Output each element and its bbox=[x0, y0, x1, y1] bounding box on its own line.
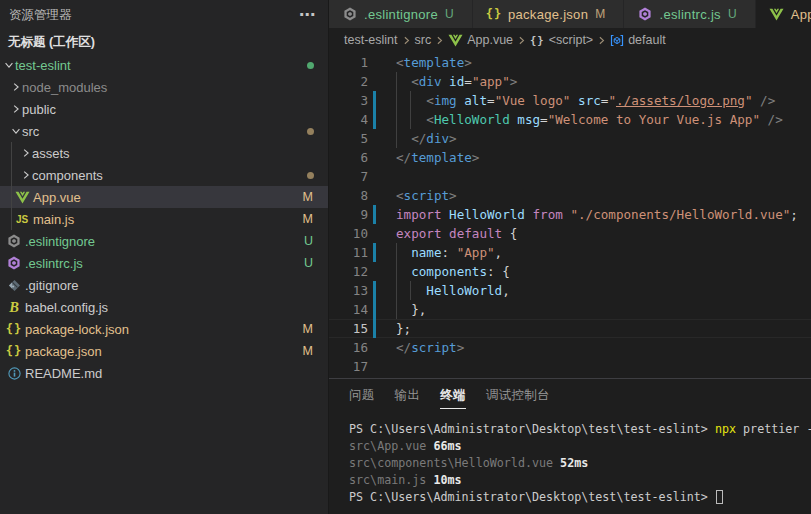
tree-item-components[interactable]: components bbox=[0, 164, 328, 186]
code-line-text: </div> bbox=[396, 129, 457, 148]
code-line-3: 3 <img alt="Vue logo" src="./assets/logo… bbox=[329, 91, 811, 110]
tree-item-babel-config-js[interactable]: Bbabel.config.js bbox=[0, 296, 328, 318]
chevron-right-icon[interactable] bbox=[19, 170, 32, 180]
chevron-right-icon[interactable] bbox=[9, 104, 22, 114]
code-line-text: }; bbox=[396, 319, 411, 338]
line-number: 7 bbox=[329, 167, 368, 186]
tree-item-src[interactable]: src bbox=[0, 120, 328, 142]
code-editor[interactable]: 1<template>2 <div id="app">3 <img alt="V… bbox=[329, 52, 811, 378]
panel-tab-terminal[interactable]: 终端 bbox=[440, 379, 466, 412]
tree-item-test-eslint[interactable]: test-eslint bbox=[0, 54, 328, 76]
code-line-text: }, bbox=[396, 300, 426, 319]
chevron-down-icon[interactable] bbox=[2, 60, 15, 70]
tree-item-package-lock-json[interactable]: {}package-lock.jsonM bbox=[0, 318, 328, 340]
git-status-dot bbox=[307, 128, 314, 135]
code-line-11: 11 name: "App", bbox=[329, 243, 811, 262]
tree-item-package-json[interactable]: {}package.jsonM bbox=[0, 340, 328, 362]
line-number: 5 bbox=[329, 129, 368, 148]
tree-item-public[interactable]: public bbox=[0, 98, 328, 120]
code-line-6: 6</template> bbox=[329, 148, 811, 167]
vue-icon bbox=[448, 34, 463, 47]
tab-label: package.json bbox=[508, 7, 588, 22]
git-icon bbox=[6, 277, 22, 293]
git-status-dot bbox=[307, 172, 314, 179]
code-line-10: 10export default { bbox=[329, 224, 811, 243]
bc-braces-icon: {} bbox=[530, 34, 545, 46]
git-status-dot bbox=[307, 62, 314, 69]
git-status-badge: U bbox=[304, 256, 313, 270]
git-status-badge: M bbox=[303, 212, 313, 226]
line-number: 2 bbox=[329, 72, 368, 91]
git-status-badge: M bbox=[303, 322, 313, 336]
line-number: 15 bbox=[329, 319, 368, 338]
breadcrumb-test-eslint[interactable]: test-eslint bbox=[344, 33, 398, 47]
git-modified-gutter-bar bbox=[373, 281, 376, 300]
git-modified-gutter-bar bbox=[373, 243, 376, 262]
tab-label: .eslintignore bbox=[364, 7, 438, 22]
line-number: 1 bbox=[329, 53, 368, 72]
more-actions-icon[interactable]: ⋯ bbox=[299, 10, 316, 20]
tab-eslintrc-js[interactable]: .eslintrc.jsU bbox=[624, 0, 755, 28]
tree-item-label: src bbox=[22, 124, 39, 139]
tab-git-badge: M bbox=[595, 7, 605, 21]
tree-item-eslintrc-js[interactable]: .eslintrc.jsU bbox=[0, 252, 328, 274]
line-number: 10 bbox=[329, 224, 368, 243]
tree-item-label: .eslintignore bbox=[25, 234, 95, 249]
tree-item-assets[interactable]: assets bbox=[0, 142, 328, 164]
chevron-right-icon[interactable] bbox=[19, 148, 32, 158]
git-modified-gutter-bar bbox=[373, 91, 376, 110]
code-line-text: <img alt="Vue logo" src="./assets/logo.p… bbox=[396, 91, 775, 110]
breadcrumb-src[interactable]: src bbox=[415, 33, 432, 47]
tab-app-vue[interactable]: App.vue bbox=[756, 0, 811, 28]
tab-eslintignore[interactable]: .eslintignoreU bbox=[329, 0, 473, 28]
breadcrumb-script-symbol[interactable]: {}<script> bbox=[530, 33, 593, 47]
tree-item-gitignore[interactable]: .gitignore bbox=[0, 274, 328, 296]
explorer-title: 资源管理器 bbox=[9, 7, 72, 24]
line-number: 14 bbox=[329, 300, 368, 319]
terminal[interactable]: PS C:\Users\Administrator\Desktop\test\t… bbox=[329, 412, 811, 514]
chevron-down-icon[interactable] bbox=[9, 126, 22, 136]
tree-indent-guide bbox=[11, 142, 12, 164]
git-status-badge: M bbox=[303, 344, 313, 358]
line-number: 9 bbox=[329, 205, 368, 224]
tree-item-eslintignore[interactable]: .eslintignoreU bbox=[0, 230, 328, 252]
line-number: 16 bbox=[329, 338, 368, 357]
breadcrumb-default-symbol[interactable]: default bbox=[610, 33, 666, 47]
panel-tab-debug-console[interactable]: 调试控制台 bbox=[486, 379, 550, 412]
vscode-window: 资源管理器 ⋯ 无标题 (工作区) test-eslintnode_module… bbox=[0, 0, 811, 514]
tree-item-readme-md[interactable]: README.md bbox=[0, 362, 328, 384]
line-number: 12 bbox=[329, 262, 368, 281]
braces-icon: {} bbox=[6, 321, 22, 337]
tree-indent-guide bbox=[11, 208, 12, 230]
tree-item-app-vue[interactable]: App.vueM bbox=[0, 186, 328, 208]
braces-icon: {} bbox=[486, 6, 502, 22]
tab-label: .eslintrc.js bbox=[659, 7, 720, 22]
panel-tab-problems[interactable]: 问题 bbox=[349, 379, 375, 412]
terminal-line: src\main.js 10ms bbox=[349, 472, 811, 489]
vue-icon bbox=[769, 6, 785, 22]
workspace-section-header[interactable]: 无标题 (工作区) bbox=[0, 30, 328, 54]
tree-item-label: App.vue bbox=[33, 190, 81, 205]
tree-item-label: components bbox=[32, 168, 103, 183]
code-line-5: 5 </div> bbox=[329, 129, 811, 148]
code-line-15: 15}; bbox=[329, 319, 811, 338]
panel-tab-output[interactable]: 输出 bbox=[395, 379, 421, 412]
workspace-title: 无标题 (工作区) bbox=[8, 34, 95, 51]
code-line-2: 2 <div id="app"> bbox=[329, 72, 811, 91]
tab-package-json[interactable]: {}package.jsonM bbox=[473, 0, 625, 28]
tab-label: App.vue bbox=[791, 7, 811, 22]
line-number: 4 bbox=[329, 110, 368, 129]
code-line-13: 13 HelloWorld, bbox=[329, 281, 811, 300]
tree-item-label: package-lock.json bbox=[25, 322, 129, 337]
terminal-cursor bbox=[716, 490, 723, 504]
terminal-line: PS C:\Users\Administrator\Desktop\test\t… bbox=[349, 489, 811, 506]
bc-sep-icon bbox=[597, 36, 606, 45]
tree-item-label: README.md bbox=[25, 366, 102, 381]
breadcrumb-app-vue[interactable]: App.vue bbox=[448, 33, 513, 47]
breadcrumb-label: default bbox=[628, 33, 666, 47]
code-line-text: components: { bbox=[396, 262, 510, 281]
tree-item-node-modules[interactable]: node_modules bbox=[0, 76, 328, 98]
line-number: 13 bbox=[329, 281, 368, 300]
tree-item-main-js[interactable]: JSmain.jsM bbox=[0, 208, 328, 230]
chevron-right-icon[interactable] bbox=[9, 82, 22, 92]
